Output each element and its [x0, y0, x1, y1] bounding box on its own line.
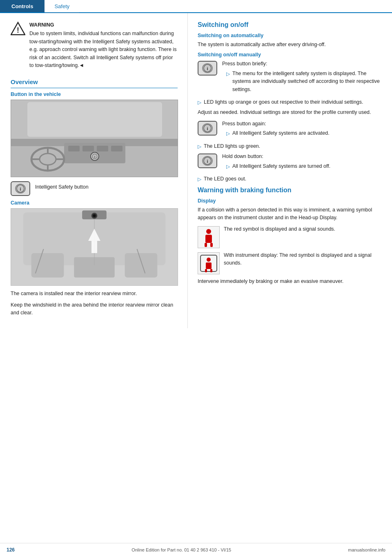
- content-area: ! WARNING Due to system limits, individu…: [0, 13, 392, 328]
- led-green-text: The LED lights up green.: [204, 142, 260, 150]
- led-out-text: The LED goes out.: [204, 175, 246, 183]
- press-briefly-text: Press button briefly: ▷ The menu for the…: [222, 60, 382, 95]
- press-briefly-bullet-1: ▷ The menu for the intelligent safety sy…: [226, 70, 382, 93]
- svg-rect-44: [210, 243, 213, 247]
- hold-down-text: Hold down button: ▷ All Intelligent Safe…: [222, 153, 330, 172]
- warning-box: ! WARNING Due to system limits, individu…: [11, 21, 178, 69]
- press-again-icon: i: [198, 121, 217, 136]
- tab-controls[interactable]: Controls: [0, 0, 45, 12]
- hold-down-icon: i: [198, 153, 217, 168]
- isb-label: Intelligent Safety button: [35, 183, 89, 191]
- press-again-label: Press button again:: [222, 120, 330, 128]
- display-heading: Display: [198, 198, 382, 204]
- svg-point-41: [206, 229, 211, 234]
- warning-body: Due to system limits, individual functio…: [29, 31, 176, 68]
- press-briefly-icon: i: [198, 61, 217, 76]
- top-navigation: Controls Safety: [0, 0, 392, 13]
- camera-heading: Camera: [11, 200, 178, 206]
- svg-rect-24: [31, 253, 64, 278]
- press-again-bullet: ▷ All Intelligent Safety systems are act…: [226, 129, 330, 138]
- svg-rect-7: [82, 146, 94, 151]
- led-green-arrow: ▷: [198, 143, 201, 151]
- svg-text:!: !: [17, 26, 19, 34]
- display-icon-2: [198, 252, 220, 274]
- display-text: If a collision with a person detected in…: [198, 206, 382, 222]
- svg-point-46: [207, 258, 211, 262]
- hold-down-label: Hold down button:: [222, 153, 330, 160]
- press-again-text: Press button again: ▷ All Intelligent Sa…: [222, 120, 330, 139]
- car-interior-image: i: [11, 100, 178, 177]
- hold-down-bullet-text: All Intelligent Safety systems are turne…: [232, 162, 330, 170]
- button-in-vehicle-heading: Button in the vehicle: [11, 91, 178, 97]
- edition-text: Online Edition for Part no. 01 40 2 963 …: [131, 547, 231, 552]
- page-number: 126: [7, 547, 15, 553]
- switching-auto-text: The system is automatically active after…: [198, 41, 382, 49]
- switching-auto-heading: Switching on automatically: [198, 33, 382, 38]
- warning-icon: !: [11, 21, 25, 36]
- overview-divider: [11, 88, 178, 88]
- display-icon-1: [198, 226, 220, 248]
- led-out-bullet: ▷ The LED goes out.: [198, 175, 382, 183]
- hold-down-row: i Hold down button: ▷ All Intelligent Sa…: [198, 153, 382, 172]
- switching-manual-heading: Switching on/off manually: [198, 52, 382, 58]
- svg-text:i: i: [207, 66, 208, 71]
- display-text-1: The red symbol is displayed and a signal…: [224, 225, 335, 233]
- right-column: Switching on/off Switching on automatica…: [188, 13, 392, 328]
- press-briefly-icon-inner: i: [202, 63, 213, 73]
- display-row-1: The red symbol is displayed and a signal…: [198, 225, 382, 248]
- tab-safety[interactable]: Safety: [45, 0, 79, 13]
- svg-point-30: [93, 214, 96, 217]
- hold-down-bullet: ▷ All Intelligent Safety systems are tur…: [226, 162, 330, 171]
- isb-button-icon: i: [11, 181, 30, 196]
- bullet-arrow: ▷: [226, 70, 230, 78]
- warning-braking-heading: Warning with braking function: [198, 187, 382, 194]
- camera-text2: Keep the windshield in the area behind t…: [11, 301, 178, 317]
- warning-text: WARNING Due to system limits, individual…: [29, 21, 178, 69]
- svg-rect-47: [206, 262, 212, 269]
- press-again-icon-inner: i: [202, 123, 213, 133]
- led-out-arrow: ▷: [198, 176, 201, 183]
- camera-image: [11, 208, 178, 286]
- svg-text:i: i: [94, 156, 95, 158]
- isb-icon-inner: i: [15, 184, 26, 193]
- svg-rect-6: [68, 146, 80, 151]
- left-column: ! WARNING Due to system limits, individu…: [0, 13, 188, 328]
- intervene-text: Intervene immediately by braking or make…: [198, 278, 382, 285]
- svg-rect-49: [210, 269, 212, 272]
- hold-down-icon-inner: i: [202, 156, 213, 166]
- source-text: manualsonline.info: [348, 547, 385, 552]
- led-orange-bullet: ▷ LED lights up orange or goes out respe…: [198, 98, 382, 107]
- isb-row: i Intelligent Safety button: [11, 181, 178, 196]
- switching-heading: Switching on/off: [198, 21, 382, 29]
- svg-text:i: i: [207, 159, 208, 164]
- svg-rect-32: [91, 241, 97, 253]
- hold-down-arrow: ▷: [226, 163, 230, 171]
- camera-text1: The camera is installed near the interio…: [11, 290, 178, 298]
- press-briefly-label: Press button briefly:: [222, 60, 382, 68]
- press-briefly-row: i Press button briefly: ▷ The menu for t…: [198, 60, 382, 95]
- press-again-row: i Press button again: ▷ All Intelligent …: [198, 120, 382, 139]
- warning-title: WARNING: [29, 21, 178, 29]
- display-row-2: With instrument display: The red symbol …: [198, 251, 382, 274]
- svg-text:i: i: [20, 187, 21, 191]
- press-briefly-bullet-text: The menu for the intelligent safety syst…: [232, 70, 382, 93]
- svg-rect-48: [205, 269, 207, 272]
- overview-heading: Overview: [11, 78, 178, 85]
- svg-rect-8: [97, 146, 108, 151]
- svg-rect-42: [205, 235, 212, 243]
- press-again-bullet-text: All Intelligent Safety systems are activ…: [232, 129, 330, 137]
- svg-rect-13: [27, 102, 162, 137]
- svg-text:i: i: [207, 126, 208, 131]
- led-green-bullet: ▷ The LED lights up green.: [198, 142, 382, 151]
- display-text-2: With instrument display: The red symbol …: [224, 251, 382, 267]
- adjust-text: Adjust as needed. Individual settings ar…: [198, 109, 382, 116]
- led-orange-text: LED lights up orange or goes out respect…: [204, 98, 363, 106]
- svg-rect-25: [125, 253, 158, 278]
- svg-rect-9: [111, 146, 122, 151]
- press-again-arrow: ▷: [226, 130, 230, 138]
- svg-rect-43: [205, 243, 207, 247]
- footer: 126 Online Edition for Part no. 01 40 2 …: [0, 543, 392, 556]
- led-bullet-arrow: ▷: [198, 99, 201, 107]
